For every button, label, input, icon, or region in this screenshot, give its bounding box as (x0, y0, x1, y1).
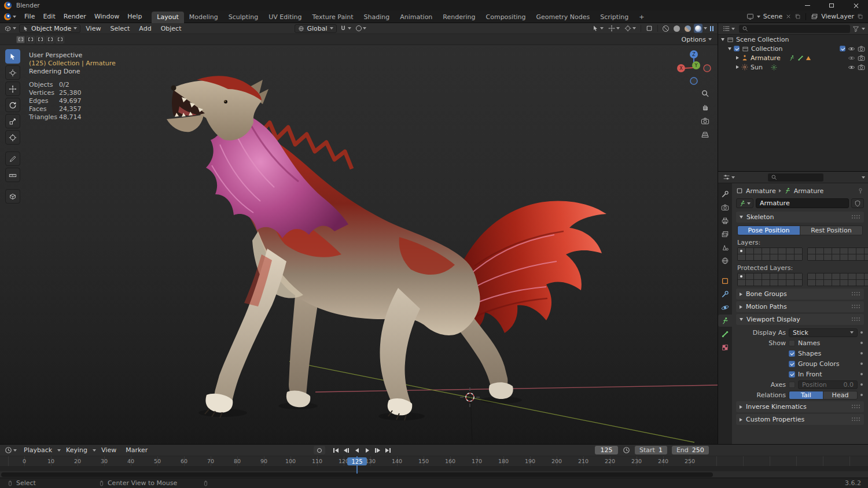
layer-toggle[interactable] (754, 280, 762, 286)
layer-toggle[interactable] (865, 248, 868, 254)
animate-dot-icon[interactable] (860, 373, 863, 375)
scene-name[interactable]: Scene (763, 13, 783, 20)
layer-toggle[interactable] (865, 254, 868, 260)
use-preview-range-icon[interactable] (623, 446, 630, 454)
workspace-tab-animation[interactable]: Animation (395, 12, 437, 23)
select-mode-intersect[interactable] (56, 36, 64, 43)
layer-toggle[interactable] (746, 273, 753, 279)
layer-toggle[interactable] (840, 280, 848, 286)
exclude-checkbox[interactable] (840, 46, 845, 51)
gizmo-z-negative[interactable] (690, 77, 697, 84)
pan-button[interactable] (699, 101, 711, 113)
panel-bone-groups[interactable]: Bone Groups (736, 289, 864, 300)
outliner-editor-selector[interactable] (721, 24, 737, 34)
add-workspace-button[interactable]: + (634, 12, 649, 23)
tab-physics[interactable] (718, 301, 732, 313)
outliner-options-caret[interactable] (862, 28, 865, 30)
viewlayer-browse-icon[interactable] (811, 13, 818, 20)
layer-toggle[interactable] (832, 280, 840, 286)
pin-icon[interactable] (857, 187, 864, 194)
disable-render-camera-icon[interactable] (858, 54, 865, 62)
hide-eye-icon[interactable] (848, 54, 855, 62)
tab-scene[interactable] (718, 241, 732, 253)
layer-toggle[interactable] (770, 273, 778, 279)
auto-keying-button[interactable] (314, 446, 325, 454)
shapes-checkbox[interactable] (789, 350, 795, 357)
menu-view[interactable]: View (82, 25, 105, 32)
menu-marker[interactable]: Marker (122, 446, 152, 454)
gizmo-x-negative[interactable] (704, 65, 711, 72)
tool-rotate[interactable] (5, 98, 20, 112)
layer-toggle[interactable] (865, 280, 868, 286)
transform-orientation-dropdown[interactable]: Global (295, 24, 336, 33)
properties-editor-selector[interactable] (721, 173, 737, 182)
menu-keying[interactable]: Keying (62, 446, 91, 454)
options-dropdown[interactable]: Options (682, 36, 714, 43)
axes-checkbox[interactable] (789, 382, 795, 388)
panel-inverse-kinematics[interactable]: Inverse Kinematics (736, 401, 864, 412)
menu-edit[interactable]: Edit (39, 12, 59, 21)
breadcrumb-data[interactable]: Armature (794, 187, 824, 195)
camera-view-button[interactable] (699, 115, 711, 127)
workspace-tab-texture-paint[interactable]: Texture Paint (307, 12, 359, 23)
proportional-editing-toggle[interactable] (354, 24, 368, 33)
tail-button[interactable]: Tail (789, 391, 823, 399)
tool-move[interactable] (5, 82, 20, 96)
shading-rendered-button[interactable] (694, 24, 703, 33)
layer-toggle[interactable] (778, 254, 786, 260)
layer-toggle[interactable] (770, 248, 778, 254)
expand-icon[interactable] (721, 38, 724, 41)
tool-transform[interactable] (5, 130, 20, 145)
menu-object[interactable]: Object (157, 25, 186, 32)
scene-unlink-icon[interactable] (785, 13, 792, 20)
animate-dot-icon[interactable] (860, 383, 863, 386)
panel-custom-properties[interactable]: Custom Properties (736, 414, 864, 425)
end-frame-field[interactable]: End250 (672, 446, 709, 454)
animate-dot-icon[interactable] (860, 352, 863, 354)
maximize-button[interactable] (819, 0, 844, 10)
layer-toggle[interactable] (824, 280, 832, 286)
mode-dropdown[interactable]: Object Mode (19, 24, 80, 33)
tool-scale[interactable] (5, 114, 20, 128)
outliner-row-collection[interactable]: Collection (718, 44, 868, 53)
tab-constraints[interactable] (718, 288, 732, 300)
current-frame-field[interactable]: 125 (595, 446, 618, 454)
properties-search-input[interactable] (768, 173, 823, 182)
close-button[interactable] (844, 0, 868, 10)
layer-toggle[interactable] (808, 273, 815, 279)
filter-icon[interactable] (852, 25, 859, 32)
panel-motion-paths[interactable]: Motion Paths (736, 301, 864, 312)
menu-window[interactable]: Window (90, 12, 123, 21)
layer-toggle[interactable] (795, 254, 802, 260)
layer-toggle[interactable] (762, 273, 770, 279)
tool-cursor[interactable] (5, 65, 20, 80)
viewlayer-new-icon[interactable] (857, 13, 863, 20)
layer-toggle[interactable] (865, 273, 868, 279)
xray-toggle[interactable] (644, 24, 654, 33)
scene-dropdown-caret[interactable] (757, 16, 760, 18)
toggle-perspective-button[interactable] (699, 129, 711, 141)
layer-toggle[interactable] (778, 273, 786, 279)
app-menu-button[interactable] (0, 13, 20, 20)
expand-icon[interactable] (728, 47, 731, 50)
layer-toggle[interactable] (786, 248, 794, 254)
tab-world[interactable] (718, 254, 732, 267)
layer-toggle[interactable] (808, 254, 815, 260)
layer-toggle[interactable] (824, 248, 832, 254)
playhead-frame-badge[interactable]: 125 (347, 457, 367, 465)
workspace-tab-shading[interactable]: Shading (359, 12, 395, 23)
layer-toggle[interactable] (762, 248, 770, 254)
viewlayer-name[interactable]: ViewLayer (821, 13, 854, 20)
overlays-dropdown[interactable] (623, 24, 638, 33)
group-colors-checkbox[interactable] (789, 361, 795, 367)
tab-tool[interactable] (718, 188, 732, 200)
names-checkbox[interactable] (789, 340, 795, 346)
layer-toggle[interactable] (762, 280, 770, 286)
menu-select[interactable]: Select (106, 25, 134, 32)
select-mode-subtract[interactable] (36, 36, 45, 43)
layer-toggle[interactable] (848, 273, 856, 279)
timeline-ruler[interactable]: 0102030405060708090100110120130140150160… (0, 456, 868, 467)
3d-viewport[interactable]: Object Mode View Select Add Object Globa… (0, 23, 718, 444)
select-mode-invert[interactable] (46, 36, 54, 43)
pause-render-button[interactable] (708, 24, 715, 33)
